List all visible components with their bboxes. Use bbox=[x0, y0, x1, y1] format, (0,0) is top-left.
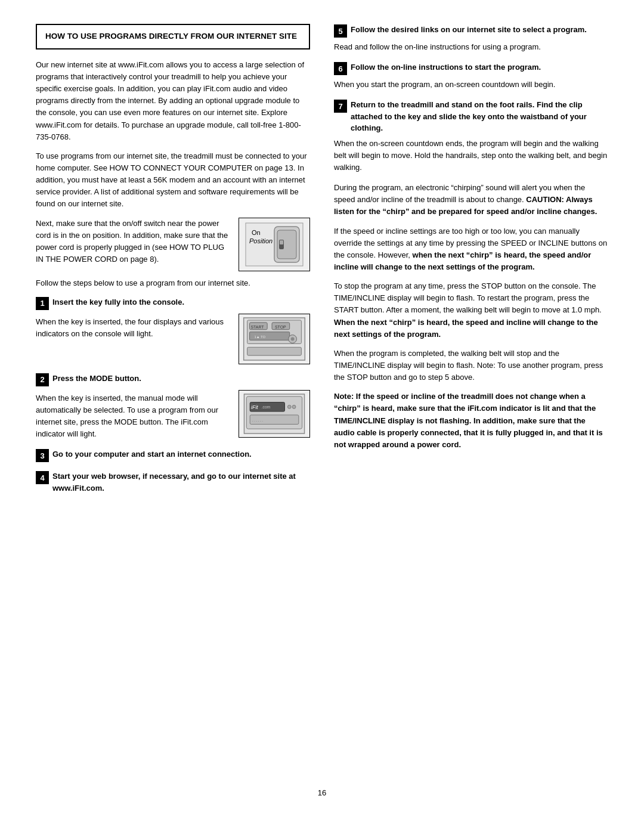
on-position-figure-inner: On Position bbox=[239, 218, 309, 271]
step6-number: 6 bbox=[334, 62, 347, 75]
step5-label: Follow the desired links on our internet… bbox=[351, 24, 587, 36]
intro-para1: Our new internet site at www.iFit.com al… bbox=[36, 59, 310, 143]
step3-number: 3 bbox=[36, 449, 49, 462]
step1-block: 1 Insert the key fully into the console.… bbox=[36, 296, 310, 364]
on-position-svg: On Position bbox=[244, 222, 304, 267]
intro-para2: To use programs from our internet site, … bbox=[36, 150, 310, 210]
step7-row: 7 Return to the treadmill and stand on t… bbox=[334, 99, 608, 134]
step6-block: 6 Follow the on-line instructions to sta… bbox=[334, 61, 608, 91]
step1-text: When the key is inserted, the four displ… bbox=[36, 316, 229, 340]
svg-text:1▲  TO: 1▲ TO bbox=[254, 335, 265, 338]
right-column: 5 Follow the desired links on our intern… bbox=[334, 24, 608, 776]
stop-para: To stop the program at any time, press t… bbox=[334, 280, 608, 340]
step1-row: 1 Insert the key fully into the console. bbox=[36, 296, 310, 310]
step4-block: 4 Start your web browser, if necessary, … bbox=[36, 470, 310, 494]
step4-number: 4 bbox=[36, 471, 49, 484]
step6-row: 6 Follow the on-line instructions to sta… bbox=[334, 61, 608, 75]
step5-text: Read and follow the on-line instructions… bbox=[334, 41, 608, 53]
section-header-text: HOW TO USE PROGRAMS DIRECTLY FROM OUR IN… bbox=[45, 31, 301, 42]
step1-figure: START STOP 1▲ TO bbox=[239, 314, 310, 364]
step6-label: Follow the on-line instructions to start… bbox=[351, 61, 541, 73]
step1-label: Insert the key fully into the console. bbox=[52, 296, 184, 308]
step5-number: 5 bbox=[334, 24, 347, 38]
page: HOW TO USE PROGRAMS DIRECTLY FROM OUR IN… bbox=[0, 0, 644, 833]
step2-label: Press the MODE button. bbox=[52, 373, 141, 385]
step5-row: 5 Follow the desired links on our intern… bbox=[334, 24, 608, 38]
console-svg: START STOP 1▲ TO bbox=[242, 317, 306, 361]
on-position-figure-block: Next, make sure that the on/off switch n… bbox=[36, 218, 310, 271]
step2-figure-inner: iFit .com · · · · · · bbox=[239, 391, 309, 437]
step2-text: When the key is inserted, the manual mod… bbox=[36, 392, 229, 441]
step7-text: When the on-screen countdown ends, the p… bbox=[334, 138, 608, 174]
svg-point-24 bbox=[292, 405, 296, 408]
step3-label: Go to your computer and start an interne… bbox=[52, 448, 252, 460]
svg-text:START: START bbox=[251, 324, 265, 329]
svg-text:STOP: STOP bbox=[275, 324, 286, 329]
svg-text:Position: Position bbox=[249, 237, 273, 244]
on-position-text: Next, make sure that the on/off switch n… bbox=[36, 218, 229, 266]
step1-figure-inner: START STOP 1▲ TO bbox=[239, 314, 309, 364]
step2-figure-block: When the key is inserted, the manual mod… bbox=[36, 390, 310, 441]
step4-row: 4 Start your web browser, if necessary, … bbox=[36, 470, 310, 494]
step3-block: 3 Go to your computer and start an inter… bbox=[36, 448, 310, 462]
step2-block: 2 Press the MODE button. When the key is… bbox=[36, 373, 310, 441]
complete-para: When the program is completed, the walki… bbox=[334, 348, 608, 383]
step5-block: 5 Follow the desired links on our intern… bbox=[334, 24, 608, 53]
step3-row: 3 Go to your computer and start an inter… bbox=[36, 448, 310, 462]
stop-text: To stop the program at any time, press t… bbox=[334, 281, 602, 314]
step1-number: 1 bbox=[36, 297, 49, 310]
svg-point-23 bbox=[287, 405, 291, 408]
step6-text: When you start the program, an on-screen… bbox=[334, 79, 608, 91]
step2-row: 2 Press the MODE button. bbox=[36, 373, 310, 386]
svg-text:On: On bbox=[252, 229, 261, 236]
on-position-figure: On Position bbox=[239, 218, 310, 271]
page-number: 16 bbox=[36, 788, 608, 797]
svg-text:iFit: iFit bbox=[251, 404, 258, 410]
left-column: HOW TO USE PROGRAMS DIRECTLY FROM OUR IN… bbox=[36, 24, 310, 776]
override-para: If the speed or incline settings are too… bbox=[334, 225, 608, 274]
step2-number: 2 bbox=[36, 373, 49, 386]
svg-rect-6 bbox=[280, 240, 283, 244]
follow-steps-para: Follow the steps below to use a program … bbox=[36, 277, 310, 289]
svg-point-16 bbox=[291, 337, 295, 340]
note-para: Note: If the speed or incline of the tre… bbox=[334, 391, 608, 451]
ifit-console-svg: iFit .com · · · · · · bbox=[242, 393, 306, 435]
chirp-para: During the program, an electronic “chirp… bbox=[334, 182, 608, 218]
step1-figure-block: When the key is inserted, the four displ… bbox=[36, 314, 310, 364]
step4-label: Start your web browser, if necessary, an… bbox=[52, 470, 310, 494]
stop-bold: When the next “chirp” is heard, the spee… bbox=[334, 318, 598, 339]
svg-text:·  ·  ·  ·  ·  ·: · · · · · · bbox=[252, 419, 263, 422]
step7-number: 7 bbox=[334, 100, 347, 113]
step2-figure: iFit .com · · · · · · bbox=[239, 390, 310, 438]
step7-block: 7 Return to the treadmill and stand on t… bbox=[334, 99, 608, 174]
step7-label: Return to the treadmill and stand on the… bbox=[351, 99, 608, 134]
svg-rect-17 bbox=[247, 347, 302, 355]
section-header: HOW TO USE PROGRAMS DIRECTLY FROM OUR IN… bbox=[36, 24, 310, 49]
svg-text:.com: .com bbox=[262, 405, 271, 409]
